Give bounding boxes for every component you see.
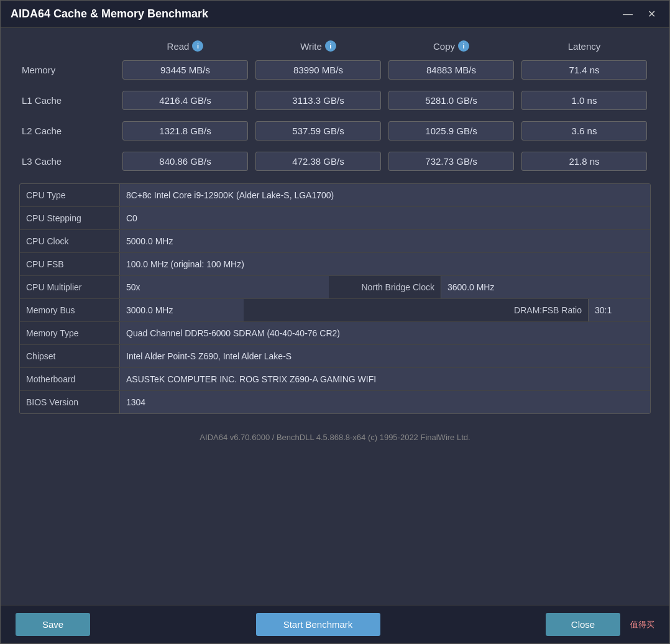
copy-info-icon[interactable]: i bbox=[458, 40, 469, 52]
main-window: AIDA64 Cache & Memory Benchmark — ✕ Read… bbox=[0, 0, 670, 644]
bottom-bar: Save Start Benchmark Close 值得买 bbox=[1, 605, 669, 643]
north-bridge-value: 3600.0 MHz bbox=[441, 276, 650, 298]
memory-type-row: Memory Type Quad Channel DDR5-6000 SDRAM… bbox=[20, 322, 650, 345]
bench-header-write: Write i bbox=[252, 40, 385, 52]
cpu-fsb-label: CPU FSB bbox=[20, 255, 119, 273]
bench-header-copy: Copy i bbox=[385, 40, 518, 52]
chipset-label: Chipset bbox=[20, 347, 119, 365]
bench-row-label: L1 Cache bbox=[19, 95, 119, 106]
cpu-fsb-value: 100.0 MHz (original: 100 MHz) bbox=[119, 253, 650, 275]
bench-header-latency: Latency bbox=[518, 40, 651, 52]
bench-header-empty bbox=[19, 40, 119, 52]
cpu-clock-row: CPU Clock 5000.0 MHz bbox=[20, 230, 650, 253]
write-info-icon[interactable]: i bbox=[325, 40, 336, 52]
benchmark-table: Read i Write i Copy i Latency Memory 934… bbox=[19, 40, 651, 171]
motherboard-label: Motherboard bbox=[20, 370, 119, 388]
bench-read-value: 93445 MB/s bbox=[122, 60, 248, 80]
memory-bus-label: Memory Bus bbox=[20, 301, 119, 319]
bench-rows-container: Memory 93445 MB/s 83990 MB/s 84883 MB/s … bbox=[19, 60, 651, 171]
cpu-type-row: CPU Type 8C+8c Intel Core i9-12900K (Ald… bbox=[20, 184, 650, 207]
read-info-icon[interactable]: i bbox=[192, 40, 203, 52]
window-title: AIDA64 Cache & Memory Benchmark bbox=[11, 7, 208, 21]
bench-data-row: L3 Cache 840.86 GB/s 472.38 GB/s 732.73 … bbox=[19, 152, 651, 171]
bench-read-value: 1321.8 GB/s bbox=[122, 121, 248, 140]
bench-latency-value: 21.8 ns bbox=[521, 152, 647, 171]
bench-data-row: L2 Cache 1321.8 GB/s 537.59 GB/s 1025.9 … bbox=[19, 121, 651, 140]
bench-row-label: Memory bbox=[19, 65, 119, 75]
bench-data-row: Memory 93445 MB/s 83990 MB/s 84883 MB/s … bbox=[19, 60, 651, 80]
bios-value: 1304 bbox=[119, 391, 650, 413]
north-bridge-label: North Bridge Clock bbox=[329, 278, 441, 296]
cpu-multiplier-row: CPU Multiplier 50x North Bridge Clock 36… bbox=[20, 276, 650, 299]
memory-bus-row: Memory Bus 3000.0 MHz DRAM:FSB Ratio 30:… bbox=[20, 299, 650, 322]
bench-write-value: 3113.3 GB/s bbox=[255, 91, 381, 110]
start-benchmark-button[interactable]: Start Benchmark bbox=[256, 613, 380, 636]
bench-data-row: L1 Cache 4216.4 GB/s 3113.3 GB/s 5281.0 … bbox=[19, 91, 651, 110]
close-button[interactable]: ✕ bbox=[644, 7, 659, 21]
memory-bus-value: 3000.0 MHz bbox=[119, 299, 244, 321]
main-content: Read i Write i Copy i Latency Memory 934… bbox=[1, 28, 669, 605]
save-button[interactable]: Save bbox=[16, 613, 90, 636]
motherboard-value: ASUSTeK COMPUTER INC. ROG STRIX Z690-A G… bbox=[119, 368, 650, 390]
bios-label: BIOS Version bbox=[20, 393, 119, 411]
watermark: 值得买 bbox=[630, 619, 654, 630]
bench-read-value: 4216.4 GB/s bbox=[122, 91, 248, 110]
bench-copy-value: 5281.0 GB/s bbox=[388, 91, 514, 110]
bench-row-label: L2 Cache bbox=[19, 126, 119, 136]
bench-latency-value: 71.4 ns bbox=[521, 60, 647, 80]
bench-header-row: Read i Write i Copy i Latency bbox=[19, 40, 651, 55]
close-button-bottom[interactable]: Close bbox=[546, 613, 620, 636]
minimize-button[interactable]: — bbox=[619, 7, 636, 21]
cpu-stepping-label: CPU Stepping bbox=[20, 209, 119, 227]
chipset-value: Intel Alder Point-S Z690, Intel Alder La… bbox=[119, 345, 650, 367]
cpu-clock-value: 5000.0 MHz bbox=[119, 230, 650, 252]
cpu-type-label: CPU Type bbox=[20, 186, 119, 204]
cpu-stepping-row: CPU Stepping C0 bbox=[20, 207, 650, 230]
bench-header-read: Read i bbox=[119, 40, 252, 52]
bench-write-value: 472.38 GB/s bbox=[255, 152, 381, 171]
bench-copy-value: 732.73 GB/s bbox=[388, 152, 514, 171]
cpu-multiplier-value: 50x bbox=[119, 276, 329, 298]
footer-text: AIDA64 v6.70.6000 / BenchDLL 4.5.868.8-x… bbox=[19, 426, 651, 446]
bench-copy-value: 84883 MB/s bbox=[388, 60, 514, 80]
info-section: CPU Type 8C+8c Intel Core i9-12900K (Ald… bbox=[19, 183, 651, 414]
memory-type-value: Quad Channel DDR5-6000 SDRAM (40-40-40-7… bbox=[119, 322, 650, 344]
cpu-stepping-value: C0 bbox=[119, 207, 650, 229]
bios-row: BIOS Version 1304 bbox=[20, 391, 650, 413]
title-bar: AIDA64 Cache & Memory Benchmark — ✕ bbox=[1, 1, 669, 28]
chipset-row: Chipset Intel Alder Point-S Z690, Intel … bbox=[20, 345, 650, 368]
bench-read-value: 840.86 GB/s bbox=[122, 152, 248, 171]
cpu-multiplier-label: CPU Multiplier bbox=[20, 278, 119, 296]
bench-latency-value: 1.0 ns bbox=[521, 91, 647, 110]
bench-write-value: 537.59 GB/s bbox=[255, 121, 381, 140]
dram-fsb-label: DRAM:FSB Ratio bbox=[244, 301, 588, 319]
motherboard-row: Motherboard ASUSTeK COMPUTER INC. ROG ST… bbox=[20, 368, 650, 391]
cpu-fsb-row: CPU FSB 100.0 MHz (original: 100 MHz) bbox=[20, 253, 650, 276]
bench-row-label: L3 Cache bbox=[19, 156, 119, 167]
bench-write-value: 83990 MB/s bbox=[255, 60, 381, 80]
window-controls: — ✕ bbox=[619, 7, 659, 21]
memory-type-label: Memory Type bbox=[20, 324, 119, 342]
cpu-type-value: 8C+8c Intel Core i9-12900K (Alder Lake-S… bbox=[119, 184, 650, 206]
bench-latency-value: 3.6 ns bbox=[521, 121, 647, 140]
dram-fsb-value: 30:1 bbox=[588, 299, 650, 321]
bench-copy-value: 1025.9 GB/s bbox=[388, 121, 514, 140]
cpu-clock-label: CPU Clock bbox=[20, 232, 119, 250]
